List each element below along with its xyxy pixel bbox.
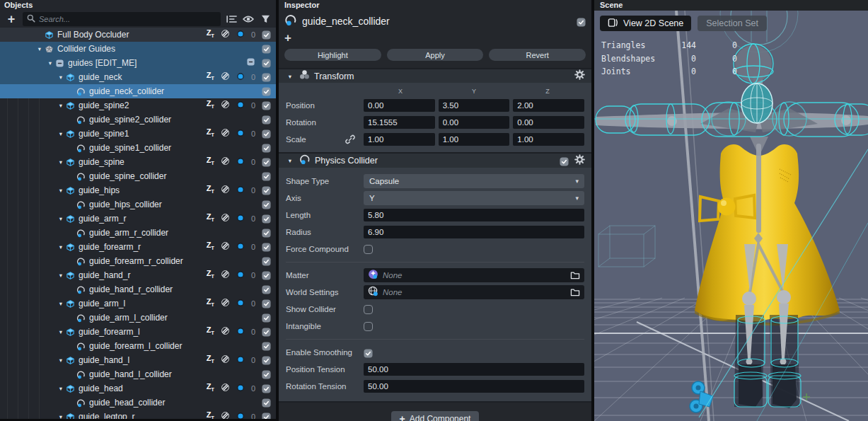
z-transform-icon[interactable]: ZT: [207, 383, 214, 393]
scale-link-icon[interactable]: [345, 134, 364, 144]
object-enabled-checkbox[interactable]: [577, 17, 586, 26]
tree-item-guide-spine-collider[interactable]: guide_spine_collider: [0, 169, 276, 183]
layer-dot-icon[interactable]: [236, 185, 245, 196]
visibility-checkbox[interactable]: [262, 384, 271, 393]
expand-chevron-icon[interactable]: ▾: [56, 413, 66, 419]
matter-object-field[interactable]: None: [364, 268, 584, 282]
z-transform-icon[interactable]: ZT: [207, 156, 214, 167]
visibility-checkbox[interactable]: [262, 398, 271, 408]
tree-item-full-body-occluder[interactable]: Full Body OccluderZT0: [0, 28, 276, 42]
visibility-checkbox[interactable]: [262, 271, 271, 280]
visibility-checkbox[interactable]: [262, 101, 271, 110]
object-search[interactable]: [23, 12, 221, 26]
tree-item-guide-hips-collider[interactable]: guide_hips_collider: [0, 197, 276, 212]
material-hatch-icon[interactable]: [221, 270, 230, 281]
tree-item-guide-spine2[interactable]: ▾guide_spine2ZT0: [0, 98, 276, 113]
material-hatch-icon[interactable]: [221, 298, 230, 309]
z-transform-icon[interactable]: ZT: [207, 298, 214, 308]
view-2d-scene-button[interactable]: View 2D Scene: [600, 16, 691, 31]
visibility-checkbox[interactable]: [262, 158, 271, 167]
material-hatch-icon[interactable]: [221, 213, 230, 224]
revert-button[interactable]: Revert: [489, 49, 586, 61]
layer-dot-icon[interactable]: [236, 355, 245, 366]
z-transform-icon[interactable]: ZT: [207, 71, 214, 82]
axis-dropdown[interactable]: Y▾: [364, 191, 584, 205]
intangible-checkbox[interactable]: [364, 322, 373, 331]
material-hatch-icon[interactable]: [221, 354, 230, 366]
tree-item-guide-legtop-r[interactable]: ▾guide_legtop_rZT0: [0, 410, 276, 419]
expand-chevron-icon[interactable]: ▾: [56, 74, 66, 81]
visibility-checkbox[interactable]: [262, 59, 271, 68]
visibility-eye-icon[interactable]: [242, 13, 255, 25]
visibility-checkbox[interactable]: [262, 313, 271, 323]
rotation-z-input[interactable]: [513, 116, 584, 129]
expand-chevron-icon[interactable]: ▾: [56, 385, 66, 392]
shape-type-dropdown[interactable]: Capsule▾: [364, 174, 584, 188]
layer-dot-icon[interactable]: [236, 214, 245, 224]
world-settings-object-field[interactable]: None: [364, 285, 584, 299]
material-hatch-icon[interactable]: [221, 156, 230, 168]
z-transform-icon[interactable]: ZT: [207, 213, 214, 224]
visibility-checkbox[interactable]: [262, 172, 271, 181]
visibility-checkbox[interactable]: [262, 356, 271, 365]
visibility-checkbox[interactable]: [262, 144, 271, 153]
tree-item-guide-arm-l-collider[interactable]: guide_arm_l_collider: [0, 311, 276, 325]
visibility-checkbox[interactable]: [262, 73, 271, 82]
tree-item-guide-hand-l-collider[interactable]: guide_hand_l_collider: [0, 367, 276, 381]
visibility-checkbox[interactable]: [262, 214, 271, 224]
rotation-tension-input[interactable]: [364, 380, 584, 393]
z-transform-icon[interactable]: ZT: [207, 29, 214, 40]
material-hatch-icon[interactable]: [221, 128, 230, 139]
layer-dot-icon[interactable]: [236, 242, 245, 253]
tree-item-guide-spine2-collider[interactable]: guide_spine2_collider: [0, 113, 276, 127]
filter-icon[interactable]: [259, 13, 272, 25]
tree-item-guide-neck-collider[interactable]: guide_neck_collider: [0, 84, 276, 98]
material-hatch-icon[interactable]: [221, 383, 230, 394]
physics-collider-section-header[interactable]: ▾ Physics Collider: [279, 152, 591, 168]
visibility-checkbox[interactable]: [262, 342, 271, 351]
visibility-checkbox[interactable]: [262, 370, 271, 379]
position-y-input[interactable]: [439, 99, 510, 112]
tree-item-guide-forearm-r[interactable]: ▾guide_forearm_rZT0: [0, 240, 276, 254]
tree-item-guide-forearm-l-collider[interactable]: guide_forearm_l_collider: [0, 339, 276, 353]
tree-item-guide-spine[interactable]: ▾guide_spineZT0: [0, 155, 276, 169]
expand-chevron-icon[interactable]: ▾: [56, 102, 66, 109]
tree-item-collider-guides[interactable]: ▾Collider Guides: [0, 42, 276, 56]
visibility-checkbox[interactable]: [262, 87, 271, 96]
material-hatch-icon[interactable]: [221, 71, 230, 83]
visibility-checkbox[interactable]: [262, 229, 271, 238]
rotation-x-input[interactable]: [364, 116, 435, 129]
position-tension-input[interactable]: [364, 363, 584, 376]
highlight-button[interactable]: Highlight: [284, 49, 381, 61]
visibility-checkbox[interactable]: [262, 115, 271, 125]
add-component-button[interactable]: + Add Component: [391, 411, 480, 421]
visibility-checkbox[interactable]: [262, 328, 271, 337]
tree-item-guide-hand-r-collider[interactable]: guide_hand_r_collider: [0, 282, 276, 296]
expand-chevron-icon[interactable]: ▾: [56, 357, 66, 364]
z-transform-icon[interactable]: ZT: [207, 185, 214, 195]
visibility-checkbox[interactable]: [262, 200, 271, 209]
radius-input[interactable]: [364, 226, 584, 238]
expand-chevron-icon[interactable]: ▾: [56, 328, 66, 335]
folder-browse-icon[interactable]: [570, 271, 580, 279]
material-hatch-icon[interactable]: [221, 100, 230, 111]
layer-dot-icon[interactable]: [236, 30, 245, 40]
tree-item-guide-arm-r[interactable]: ▾guide_arm_rZT0: [0, 212, 276, 226]
visibility-checkbox[interactable]: [262, 257, 271, 266]
layer-dot-icon[interactable]: [236, 383, 245, 394]
material-hatch-icon[interactable]: [221, 29, 230, 40]
visibility-checkbox[interactable]: [262, 413, 271, 420]
z-transform-icon[interactable]: ZT: [207, 128, 214, 139]
expand-chevron-icon[interactable]: ▾: [56, 130, 66, 137]
visibility-checkbox[interactable]: [262, 30, 271, 40]
selection-set-button[interactable]: Selection Set: [698, 16, 767, 31]
layer-dot-icon[interactable]: [236, 327, 245, 338]
tree-item-guide-neck[interactable]: ▾guide_neckZT0: [0, 70, 276, 84]
gear-icon[interactable]: [574, 154, 585, 168]
material-hatch-icon[interactable]: [221, 326, 230, 338]
layer-dot-icon[interactable]: [236, 129, 245, 139]
add-object-button[interactable]: +: [4, 12, 18, 26]
layer-dot-icon[interactable]: [236, 100, 245, 111]
layer-dot-icon[interactable]: [236, 412, 245, 420]
visibility-checkbox[interactable]: [262, 45, 271, 54]
